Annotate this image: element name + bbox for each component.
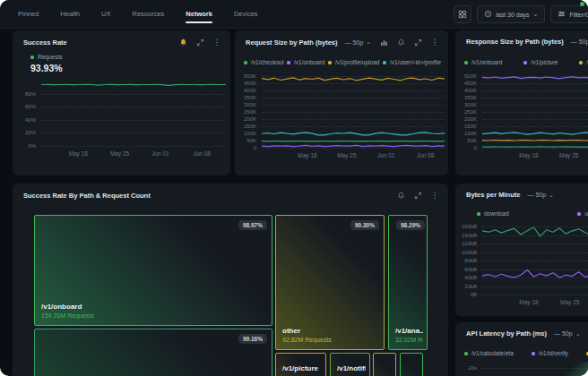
treemap-cell[interactable]: /v1/notifi... (330, 353, 370, 376)
kebab-menu-icon[interactable]: ⋮ (212, 38, 221, 47)
nav-actions: last 30 days ⌄ Filter/C (454, 5, 588, 23)
chevron-down-icon: ⌄ (575, 330, 581, 338)
legend-item[interactable]: /v1/id/verify (532, 350, 568, 356)
treemap-cell[interactable]: 98.29%/v1/ana...32.02M Re... (388, 215, 428, 350)
percentile-select[interactable]: — 50p⌄ (571, 38, 588, 46)
panel-bytes-per-minute: Bytes per Minute — 50p⌄ download upload … (455, 184, 588, 316)
panel-title: API Latency by Path (ms) (466, 329, 547, 338)
treemap-cell[interactable] (373, 353, 396, 376)
success-rate-badge: 98.97% (238, 220, 267, 230)
success-rate-legend: Requests (30, 54, 62, 60)
treemap-cell[interactable] (400, 353, 423, 376)
kebab-menu-icon[interactable]: ⋮ (430, 191, 439, 200)
panel-success-by-path: Success Rate By Path & Request Count ⋮ 9… (13, 184, 448, 376)
legend-item[interactable]: /v1/calculate/eta (464, 350, 514, 356)
success-rate-badge: 99.16% (238, 334, 267, 344)
legend-item[interactable]: Requests (30, 54, 62, 60)
layout-grid-button[interactable] (454, 5, 471, 23)
time-range-label: last 30 days (496, 12, 529, 18)
latency-legend: /v1/calculate/eta /v1/id/verify /v1/onbo (464, 350, 588, 356)
treemap-cell[interactable]: 98.97%/v1/onboard159.26M Requests (34, 215, 272, 326)
legend-dot (523, 61, 527, 64)
expand-icon[interactable] (413, 38, 422, 47)
legend-dot (383, 61, 386, 64)
panel-api-latency: API Latency by Path (ms) — 50p⌄ /v1/calc… (455, 322, 588, 376)
tab-pinned[interactable]: Pinned (18, 0, 39, 28)
panel-request-size: Request Size by Path (bytes) — 50p⌄ ⋮ /v… (235, 30, 448, 175)
legend-item[interactable]: upload (577, 210, 588, 217)
treemap-cell[interactable]: 90.30%other92.82M Requests (275, 215, 385, 350)
legend-item[interactable]: /v1/profi (579, 59, 588, 65)
panel-response-size: Response Size by Path (bytes) — 50p⌄ /v1… (455, 30, 588, 175)
treemap-cell[interactable]: 99.16% (34, 329, 272, 376)
treemap-path-label: /v1/notifi... (337, 364, 366, 372)
panel-title: Request Size by Path (bytes) (246, 38, 338, 47)
legend-item[interactable]: /v1/picture (523, 59, 558, 65)
panel-title: Success Rate (23, 38, 67, 47)
legend-dot (577, 212, 581, 216)
bytes-per-minute-chart[interactable]: 160kB140kB120kB100kB80kB60kB40kB20kB0BMa… (457, 226, 588, 307)
request-size-legend: /v1/checkout /v1/onboard /v1/profile/upl… (244, 59, 441, 65)
success-rate-badge: 98.29% (396, 220, 425, 230)
legend-dot (30, 56, 34, 59)
expand-icon[interactable] (413, 191, 422, 200)
legend-item[interactable]: /v1/profile/upload (328, 59, 380, 65)
tab-network[interactable]: Network (186, 0, 212, 28)
legend-dot (328, 61, 332, 64)
sliders-icon (558, 10, 566, 19)
bell-icon[interactable] (396, 191, 405, 200)
legend-dot (477, 212, 480, 216)
dashboard-screen: Pinned Health UX Resources Network Devic… (0, 0, 588, 376)
legend-dot (532, 352, 535, 355)
success-rate-value: 93.93% (30, 63, 63, 73)
treemap-request-count: 92.82M Requests (282, 337, 380, 343)
response-size-chart[interactable]: 500K450K400K350K300K250K200K150K100K50K0… (457, 76, 588, 160)
treemap-path-label: other (282, 327, 380, 335)
chevron-down-icon: ⌄ (366, 38, 371, 46)
panel-title: Bytes per Minute (466, 191, 520, 199)
chart-bars-icon[interactable] (379, 38, 388, 47)
alert-bell-icon[interactable] (178, 38, 187, 47)
treemap-request-count: 159.26M Requests (41, 312, 268, 319)
filter-button[interactable]: Filter/C (550, 5, 588, 23)
grid-icon (458, 10, 467, 20)
legend-dot (244, 61, 247, 64)
success-rate-badge: 90.30% (350, 220, 379, 230)
legend-item[interactable]: download (477, 210, 509, 217)
panel-title: Success Rate By Path & Request Count (23, 192, 151, 200)
kebab-menu-icon[interactable]: ⋮ (430, 38, 439, 47)
clock-icon (484, 10, 492, 19)
treemap-path-label: /v1/ana... (395, 327, 423, 335)
legend-dot (287, 61, 290, 64)
legend-item[interactable]: /v1/checkout (244, 59, 284, 65)
tab-resources[interactable]: Resources (132, 0, 164, 28)
chevron-down-icon: ⌄ (549, 192, 554, 199)
bell-icon[interactable] (396, 38, 405, 47)
api-latency-chart[interactable]: 20s (457, 362, 588, 376)
status-dot (580, 2, 584, 6)
legend-item[interactable]: /v1/onboard (287, 59, 324, 65)
tab-ux[interactable]: UX (101, 0, 110, 28)
chevron-down-icon: ⌄ (533, 11, 539, 18)
time-range-button[interactable]: last 30 days ⌄ (477, 5, 545, 23)
legend-dot (464, 61, 468, 64)
panel-title: Response Size by Path (bytes) (466, 38, 564, 46)
tab-devices[interactable]: Devices (234, 0, 258, 28)
legend-item[interactable]: /v1/user/<id>/profile (383, 59, 441, 65)
success-rate-chart[interactable]: 80%60%40%20%0%May 18May 25Jun 01Jun 08 (16, 81, 226, 158)
percentile-select[interactable]: — 50p⌄ (345, 38, 372, 46)
treemap-cell[interactable]: /v1/picture (275, 353, 326, 376)
percentile-select[interactable]: — 50p⌄ (527, 192, 554, 199)
legend-item[interactable]: /v1/onboard (464, 59, 502, 65)
treemap: 98.97%/v1/onboard159.26M Requests99.16%9… (34, 215, 428, 376)
treemap-path-label: /v1/onboard (41, 303, 268, 311)
tab-health[interactable]: Health (60, 0, 80, 28)
filter-label: Filter/C (569, 12, 588, 18)
response-size-legend: /v1/onboard /v1/picture /v1/profi (464, 59, 588, 65)
request-size-chart[interactable]: 500K450K400K350K300K250K200K150K100K50K0… (237, 76, 445, 160)
percentile-select[interactable]: — 50p⌄ (554, 330, 581, 338)
legend-dot (464, 352, 468, 355)
expand-icon[interactable] (195, 38, 204, 47)
nav-tabs: Pinned Health UX Resources Network Devic… (18, 0, 258, 28)
bytes-legend: download upload (477, 210, 588, 217)
